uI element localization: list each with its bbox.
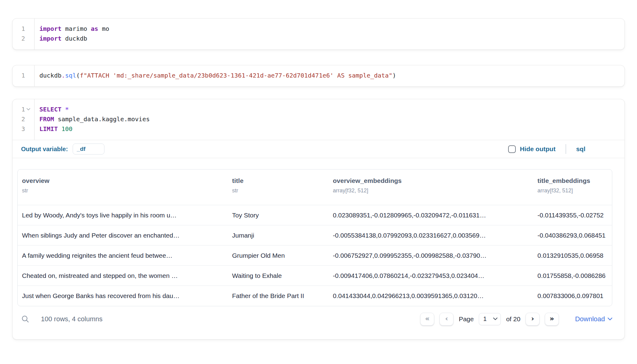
- column-name: overview_embeddings: [333, 177, 529, 185]
- line-number: 1: [13, 71, 32, 80]
- line-number-gutter: 1: [13, 65, 35, 86]
- last-page-button[interactable]: »: [545, 313, 559, 326]
- code-content[interactable]: duckdb.sql(f"ATTACH 'md:_share/sample_da…: [35, 65, 624, 86]
- chevron-down-icon: [493, 318, 497, 320]
- table-row: Led by Woody, Andy's toys live happily i…: [18, 205, 612, 225]
- code-content[interactable]: SELECT *FROM sample_data.kaggle.moviesLI…: [35, 99, 624, 140]
- toolbar-divider: [566, 144, 566, 154]
- column-type: array[f32, 512]: [333, 187, 529, 194]
- cell-overview: Cheated on, mistreated and stepped on, t…: [18, 266, 228, 286]
- sql-cell: 123 SELECT *FROM sample_data.kaggle.movi…: [12, 99, 625, 340]
- language-badge[interactable]: sql: [576, 145, 585, 153]
- column-header-title_embeddings[interactable]: title_embeddingsarray[f32, 512]: [533, 169, 612, 205]
- cell-overview: Led by Woody, Andy's toys live happily i…: [18, 205, 228, 225]
- page-select-value: 1: [483, 315, 486, 322]
- chevron-down-icon: [608, 318, 612, 321]
- cell-title: Waiting to Exhale: [228, 266, 329, 286]
- page-total-label: of 20: [506, 315, 520, 323]
- code-line[interactable]: SELECT *: [39, 104, 624, 114]
- download-button[interactable]: Download: [575, 315, 612, 323]
- cell-overview: Just when George Banks has recovered fro…: [18, 286, 228, 306]
- cell-title_embeddings: 0.01755858,-0.0086286: [533, 266, 612, 286]
- code-line[interactable]: duckdb.sql(f"ATTACH 'md:_share/sample_da…: [39, 71, 624, 80]
- cell-title_embeddings: -0.011439355,-0.02752: [533, 205, 612, 225]
- code-line[interactable]: import duckdb: [39, 34, 624, 43]
- cell-title_embeddings: -0.040386293,0.068451: [533, 225, 612, 246]
- notebook-page: 12 import marimo as moimport duckdb 1 du…: [0, 0, 637, 340]
- line-number: 2: [13, 34, 32, 43]
- line-number: 2: [13, 114, 32, 124]
- previous-page-button[interactable]: ‹: [439, 313, 453, 326]
- cell-overview_embeddings: -0.009417406,0.07860214,-0.023279453,0.0…: [329, 266, 533, 286]
- code-line[interactable]: LIMIT 100: [39, 124, 624, 134]
- dataframe-table-card: overviewstrtitlestroverview_embeddingsar…: [17, 169, 612, 306]
- column-name: title_embeddings: [537, 177, 608, 185]
- code-editor[interactable]: 1 duckdb.sql(f"ATTACH 'md:_share/sample_…: [13, 65, 624, 86]
- table-row: Cheated on, mistreated and stepped on, t…: [18, 266, 612, 286]
- column-type: str: [22, 187, 224, 194]
- line-number-gutter: 12: [13, 19, 35, 49]
- column-type: array[f32, 512]: [537, 187, 608, 194]
- cell-output-area: overviewstrtitlestroverview_embeddingsar…: [13, 158, 624, 328]
- line-number: 1: [13, 24, 32, 34]
- column-name: title: [232, 177, 324, 185]
- column-header-title[interactable]: titlestr: [228, 169, 329, 205]
- output-variable-label: Output variable:: [21, 146, 68, 153]
- page-select[interactable]: 1: [479, 313, 501, 325]
- cell-title: Jumanji: [228, 225, 329, 246]
- dataframe-table: overviewstrtitlestroverview_embeddingsar…: [18, 169, 612, 306]
- table-row: Just when George Banks has recovered fro…: [18, 286, 612, 306]
- column-name: overview: [22, 177, 224, 185]
- code-content[interactable]: import marimo as moimport duckdb: [35, 19, 624, 49]
- row-count-status: 100 rows, 4 columns: [41, 315, 103, 323]
- code-cell-imports: 12 import marimo as moimport duckdb: [12, 18, 625, 50]
- hide-output-checkbox[interactable]: [508, 145, 516, 153]
- fold-chevron-icon[interactable]: [25, 108, 32, 111]
- cell-overview_embeddings: -0.0055384138,0.07992093,0.023316627,0.0…: [329, 225, 533, 246]
- table-footer: 100 rows, 4 columns « ‹ Page 1 of 20 › »: [17, 310, 612, 328]
- code-line[interactable]: import marimo as mo: [39, 24, 624, 34]
- code-cell-attach: 1 duckdb.sql(f"ATTACH 'md:_share/sample_…: [12, 65, 625, 87]
- code-editor[interactable]: 12 import marimo as moimport duckdb: [13, 19, 624, 49]
- cell-overview_embeddings: 0.041433044,0.042966213,0.0039591365,0.0…: [329, 286, 533, 306]
- line-number-gutter: 123: [13, 99, 35, 140]
- line-number: 3: [13, 124, 32, 134]
- next-page-button[interactable]: ›: [526, 313, 540, 326]
- cell-title: Toy Story: [228, 205, 329, 225]
- table-header-row: overviewstrtitlestroverview_embeddingsar…: [18, 169, 612, 205]
- column-header-overview[interactable]: overviewstr: [18, 169, 228, 205]
- output-variable-input[interactable]: [73, 144, 104, 155]
- sql-cell-toolbar: Output variable: Hide output sql: [13, 140, 624, 158]
- download-label: Download: [575, 315, 605, 323]
- table-row: A family wedding reignites the ancient f…: [18, 246, 612, 266]
- column-header-overview_embeddings[interactable]: overview_embeddingsarray[f32, 512]: [329, 169, 533, 205]
- line-number: 1: [13, 104, 32, 114]
- cell-overview_embeddings: -0.006752927,0.099952355,-0.009982588,-0…: [329, 246, 533, 266]
- sql-editor[interactable]: 123 SELECT *FROM sample_data.kaggle.movi…: [13, 99, 624, 140]
- pagination-controls: « ‹ Page 1 of 20 › » Download: [420, 313, 612, 326]
- cell-title_embeddings: 0.007833006,0.097801: [533, 286, 612, 306]
- table-row: When siblings Judy and Peter discover an…: [18, 225, 612, 246]
- page-label: Page: [459, 315, 474, 323]
- cell-overview: When siblings Judy and Peter discover an…: [18, 225, 228, 246]
- first-page-button[interactable]: «: [420, 313, 434, 326]
- toolbar-right-group: Hide output sql: [508, 144, 585, 154]
- cell-title_embeddings: 0.0132910535,0.06958: [533, 246, 612, 266]
- cell-overview: A family wedding reignites the ancient f…: [18, 246, 228, 266]
- table-body: Led by Woody, Andy's toys live happily i…: [18, 205, 612, 306]
- cell-title: Father of the Bride Part II: [228, 286, 329, 306]
- column-type: str: [232, 187, 324, 194]
- cell-title: Grumpier Old Men: [228, 246, 329, 266]
- search-icon[interactable]: [21, 315, 29, 323]
- hide-output-label[interactable]: Hide output: [520, 145, 556, 153]
- cell-overview_embeddings: 0.023089351,-0.012809965,-0.03209472,-0.…: [329, 205, 533, 225]
- code-line[interactable]: FROM sample_data.kaggle.movies: [39, 114, 624, 124]
